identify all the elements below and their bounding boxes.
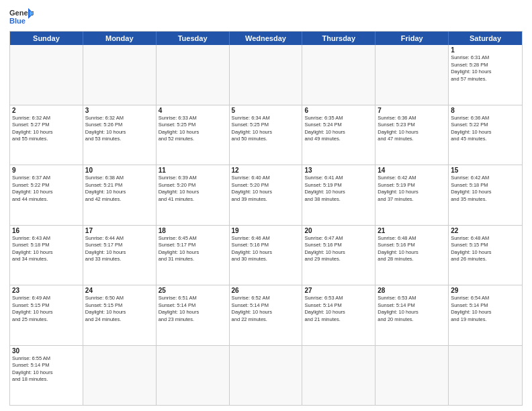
day-number: 11 — [159, 167, 227, 174]
day-info: Sunrise: 6:41 AM Sunset: 5:19 PM Dayligh… — [304, 175, 373, 203]
day-info: Sunrise: 6:53 AM Sunset: 5:14 PM Dayligh… — [304, 295, 373, 323]
day-info: Sunrise: 6:36 AM Sunset: 5:22 PM Dayligh… — [451, 115, 520, 143]
calendar-row-1: 2Sunrise: 6:32 AM Sunset: 5:27 PM Daylig… — [10, 105, 522, 166]
day-number: 14 — [378, 167, 446, 174]
day-info: Sunrise: 6:32 AM Sunset: 5:26 PM Dayligh… — [85, 115, 154, 143]
day-number: 8 — [451, 107, 520, 114]
day-info: Sunrise: 6:34 AM Sunset: 5:25 PM Dayligh… — [232, 115, 300, 143]
day-number: 9 — [12, 167, 81, 174]
header-day-sunday: Sunday — [10, 32, 83, 45]
calendar-day-7: 7Sunrise: 6:36 AM Sunset: 5:23 PM Daylig… — [375, 105, 449, 165]
calendar-day-6: 6Sunrise: 6:35 AM Sunset: 5:24 PM Daylig… — [302, 105, 375, 165]
calendar-day-16: 16Sunrise: 6:43 AM Sunset: 5:18 PM Dayli… — [10, 226, 83, 285]
calendar-day-1: 1Sunrise: 6:31 AM Sunset: 5:28 PM Daylig… — [449, 45, 522, 105]
day-info: Sunrise: 6:52 AM Sunset: 5:14 PM Dayligh… — [232, 295, 300, 323]
day-number: 4 — [159, 107, 227, 114]
header-day-friday: Friday — [375, 32, 449, 45]
day-number: 2 — [12, 107, 81, 114]
day-info: Sunrise: 6:38 AM Sunset: 5:21 PM Dayligh… — [85, 175, 154, 203]
day-info: Sunrise: 6:51 AM Sunset: 5:14 PM Dayligh… — [159, 295, 227, 323]
header-day-monday: Monday — [83, 32, 157, 45]
calendar-day-9: 9Sunrise: 6:37 AM Sunset: 5:22 PM Daylig… — [10, 165, 83, 225]
logo: General Blue — [9, 7, 34, 26]
day-info: Sunrise: 6:39 AM Sunset: 5:20 PM Dayligh… — [159, 175, 227, 203]
calendar-empty-cell — [302, 346, 375, 406]
day-number: 15 — [451, 167, 520, 174]
calendar-day-20: 20Sunrise: 6:47 AM Sunset: 5:16 PM Dayli… — [302, 226, 375, 285]
calendar-empty-cell — [230, 45, 303, 105]
calendar-day-17: 17Sunrise: 6:44 AM Sunset: 5:17 PM Dayli… — [83, 226, 157, 285]
day-number: 5 — [232, 107, 300, 114]
calendar-day-14: 14Sunrise: 6:42 AM Sunset: 5:19 PM Dayli… — [375, 165, 449, 225]
calendar-day-23: 23Sunrise: 6:49 AM Sunset: 5:15 PM Dayli… — [10, 285, 83, 345]
day-number: 26 — [232, 287, 300, 294]
calendar: SundayMondayTuesdayWednesdayThursdayFrid… — [9, 31, 523, 406]
day-info: Sunrise: 6:45 AM Sunset: 5:17 PM Dayligh… — [159, 235, 227, 263]
calendar-empty-cell — [375, 45, 449, 105]
day-info: Sunrise: 6:36 AM Sunset: 5:23 PM Dayligh… — [378, 115, 446, 143]
day-number: 10 — [85, 167, 154, 174]
calendar-day-30: 30Sunrise: 6:55 AM Sunset: 5:14 PM Dayli… — [10, 346, 83, 406]
day-info: Sunrise: 6:40 AM Sunset: 5:20 PM Dayligh… — [232, 175, 300, 203]
svg-text:Blue: Blue — [9, 17, 26, 25]
calendar-header: SundayMondayTuesdayWednesdayThursdayFrid… — [10, 32, 522, 45]
day-info: Sunrise: 6:49 AM Sunset: 5:15 PM Dayligh… — [12, 295, 81, 323]
day-number: 1 — [451, 46, 520, 54]
day-number: 17 — [85, 227, 154, 234]
calendar-empty-cell — [157, 45, 230, 105]
day-number: 19 — [232, 227, 300, 234]
day-info: Sunrise: 6:31 AM Sunset: 5:28 PM Dayligh… — [451, 54, 520, 83]
calendar-day-22: 22Sunrise: 6:48 AM Sunset: 5:15 PM Dayli… — [449, 226, 522, 285]
calendar-empty-cell — [83, 45, 157, 105]
day-info: Sunrise: 6:48 AM Sunset: 5:15 PM Dayligh… — [451, 235, 520, 263]
day-info: Sunrise: 6:32 AM Sunset: 5:27 PM Dayligh… — [12, 115, 81, 143]
day-number: 24 — [85, 287, 154, 294]
day-info: Sunrise: 6:50 AM Sunset: 5:15 PM Dayligh… — [85, 295, 154, 323]
calendar-empty-cell — [10, 45, 83, 105]
day-number: 3 — [85, 107, 154, 114]
day-info: Sunrise: 6:42 AM Sunset: 5:19 PM Dayligh… — [378, 175, 446, 203]
day-number: 28 — [378, 287, 446, 294]
calendar-empty-cell — [302, 45, 375, 105]
day-number: 21 — [378, 227, 446, 234]
day-info: Sunrise: 6:37 AM Sunset: 5:22 PM Dayligh… — [12, 175, 81, 203]
calendar-day-10: 10Sunrise: 6:38 AM Sunset: 5:21 PM Dayli… — [83, 165, 157, 225]
day-number: 22 — [451, 227, 520, 234]
calendar-day-15: 15Sunrise: 6:42 AM Sunset: 5:18 PM Dayli… — [449, 165, 522, 225]
day-info: Sunrise: 6:46 AM Sunset: 5:16 PM Dayligh… — [232, 235, 300, 263]
header-day-wednesday: Wednesday — [230, 32, 303, 45]
header: General Blue — [9, 7, 523, 26]
calendar-body: 1Sunrise: 6:31 AM Sunset: 5:28 PM Daylig… — [10, 45, 522, 405]
calendar-day-5: 5Sunrise: 6:34 AM Sunset: 5:25 PM Daylig… — [230, 105, 303, 165]
day-info: Sunrise: 6:43 AM Sunset: 5:18 PM Dayligh… — [12, 235, 81, 263]
day-number: 30 — [12, 347, 81, 355]
day-number: 25 — [159, 287, 227, 294]
day-number: 23 — [12, 287, 81, 294]
header-day-tuesday: Tuesday — [157, 32, 230, 45]
calendar-empty-cell — [375, 346, 449, 406]
calendar-day-11: 11Sunrise: 6:39 AM Sunset: 5:20 PM Dayli… — [157, 165, 230, 225]
calendar-day-13: 13Sunrise: 6:41 AM Sunset: 5:19 PM Dayli… — [302, 165, 375, 225]
page: General Blue SundayMondayTuesdayWednesda… — [0, 0, 532, 411]
day-number: 13 — [304, 167, 373, 174]
day-info: Sunrise: 6:48 AM Sunset: 5:16 PM Dayligh… — [378, 235, 446, 263]
calendar-day-26: 26Sunrise: 6:52 AM Sunset: 5:14 PM Dayli… — [230, 285, 303, 345]
day-info: Sunrise: 6:42 AM Sunset: 5:18 PM Dayligh… — [451, 175, 520, 203]
day-number: 27 — [304, 287, 373, 294]
calendar-day-4: 4Sunrise: 6:33 AM Sunset: 5:25 PM Daylig… — [157, 105, 230, 165]
day-number: 18 — [159, 227, 227, 234]
calendar-day-29: 29Sunrise: 6:54 AM Sunset: 5:14 PM Dayli… — [449, 285, 522, 345]
calendar-row-2: 9Sunrise: 6:37 AM Sunset: 5:22 PM Daylig… — [10, 165, 522, 226]
day-number: 16 — [12, 227, 81, 234]
calendar-empty-cell — [157, 346, 230, 406]
calendar-day-8: 8Sunrise: 6:36 AM Sunset: 5:22 PM Daylig… — [449, 105, 522, 165]
calendar-empty-cell — [83, 346, 157, 406]
calendar-day-19: 19Sunrise: 6:46 AM Sunset: 5:16 PM Dayli… — [230, 226, 303, 285]
calendar-day-3: 3Sunrise: 6:32 AM Sunset: 5:26 PM Daylig… — [83, 105, 157, 165]
day-info: Sunrise: 6:53 AM Sunset: 5:14 PM Dayligh… — [378, 295, 446, 323]
calendar-row-5: 30Sunrise: 6:55 AM Sunset: 5:14 PM Dayli… — [10, 346, 522, 406]
day-info: Sunrise: 6:33 AM Sunset: 5:25 PM Dayligh… — [159, 115, 227, 143]
day-number: 6 — [304, 107, 373, 114]
calendar-day-18: 18Sunrise: 6:45 AM Sunset: 5:17 PM Dayli… — [157, 226, 230, 285]
day-number: 12 — [232, 167, 300, 174]
